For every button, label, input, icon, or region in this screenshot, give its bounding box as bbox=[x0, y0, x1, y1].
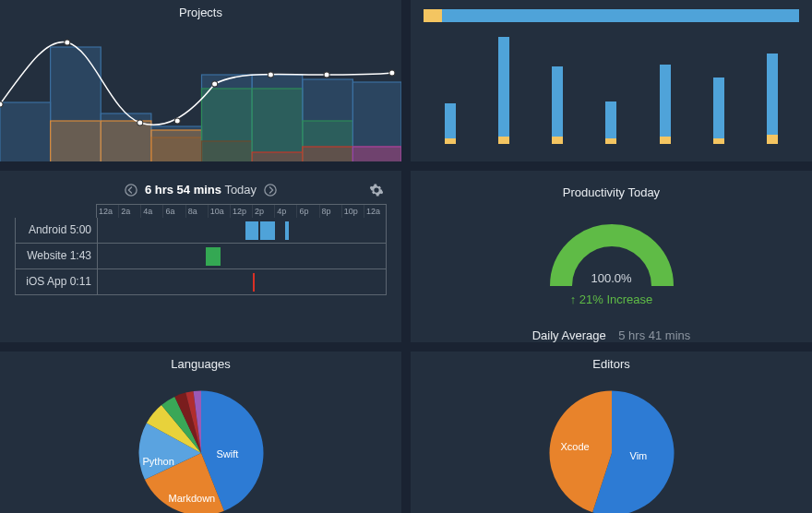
weekly-bar bbox=[445, 103, 456, 144]
today-panel: 6 hrs 54 mins Today 12a2a4a6a8a10a12p2p4… bbox=[0, 171, 401, 341]
slice-label-markdown: Markdown bbox=[169, 493, 216, 504]
timeline-row-label: iOS App 0:11 bbox=[16, 275, 97, 288]
timeline: 12a2a4a6a8a10a12p2p4p6p8p10p12a Android … bbox=[0, 202, 401, 310]
editors-pie: Vim Xcode bbox=[543, 384, 681, 513]
languages-panel: Languages Swift Markdown Python bbox=[0, 352, 401, 513]
weekly-bar bbox=[498, 37, 509, 144]
timeline-block bbox=[260, 221, 276, 240]
arrow-up-icon: ↑ bbox=[570, 292, 577, 306]
timeline-tick: 6a bbox=[162, 205, 185, 218]
timeline-tick: 10a bbox=[208, 205, 230, 218]
projects-panel: Projects bbox=[0, 0, 401, 161]
slice-label-xcode: Xcode bbox=[561, 441, 590, 452]
timeline-tick: 4p bbox=[274, 205, 296, 218]
timeline-tick: 12a bbox=[97, 205, 118, 218]
svg-rect-7 bbox=[151, 130, 202, 161]
projects-chart bbox=[0, 29, 401, 161]
weekly-bar bbox=[552, 66, 563, 144]
slice-label-vim: Vim bbox=[630, 450, 648, 461]
editors-panel: Editors Vim Xcode bbox=[411, 352, 812, 513]
languages-pie: Swift Markdown Python bbox=[132, 384, 270, 513]
progress-bar-fill bbox=[424, 9, 442, 22]
timeline-track bbox=[97, 218, 386, 243]
weekly-bar bbox=[605, 101, 616, 144]
timeline-row: Website 1:43 bbox=[15, 244, 387, 269]
svg-point-29 bbox=[265, 185, 276, 196]
progress-bar bbox=[424, 9, 799, 22]
svg-point-22 bbox=[137, 120, 143, 125]
svg-rect-16 bbox=[303, 147, 353, 161]
weekly-bar bbox=[767, 54, 778, 144]
svg-rect-19 bbox=[352, 147, 401, 161]
weekly-bar bbox=[660, 65, 671, 144]
prev-icon[interactable] bbox=[125, 182, 137, 197]
svg-rect-10 bbox=[202, 141, 253, 161]
timeline-tick: 12a bbox=[364, 205, 386, 218]
timeline-block bbox=[285, 221, 289, 240]
timeline-tick: 10p bbox=[341, 205, 364, 218]
today-header: 6 hrs 54 mins Today bbox=[0, 171, 401, 202]
today-total: 6 hrs 54 mins Today bbox=[145, 183, 257, 197]
projects-title: Projects bbox=[0, 0, 401, 29]
svg-point-27 bbox=[389, 70, 395, 76]
svg-rect-4 bbox=[101, 121, 151, 161]
timeline-tick: 2a bbox=[118, 205, 140, 218]
timeline-row-label: Android 5:00 bbox=[16, 223, 97, 236]
productivity-delta: ↑ 21% Increase bbox=[411, 292, 812, 306]
productivity-title: Productivity Today bbox=[411, 180, 812, 209]
timeline-track bbox=[97, 269, 386, 294]
timeline-row: iOS App 0:11 bbox=[15, 269, 387, 295]
svg-rect-13 bbox=[252, 152, 303, 161]
svg-point-28 bbox=[125, 185, 137, 196]
languages-title: Languages bbox=[0, 352, 401, 380]
timeline-block bbox=[253, 273, 256, 292]
svg-point-21 bbox=[65, 40, 70, 45]
editors-title: Editors bbox=[411, 352, 812, 380]
daily-average: Daily Average 5 hrs 41 mins bbox=[411, 328, 812, 341]
svg-point-23 bbox=[174, 118, 180, 124]
svg-rect-2 bbox=[51, 121, 102, 161]
timeline-row-label: Website 1:43 bbox=[16, 249, 97, 262]
weekly-bar bbox=[713, 78, 724, 144]
slice-label-python: Python bbox=[143, 456, 174, 467]
svg-rect-0 bbox=[0, 102, 51, 161]
next-icon[interactable] bbox=[264, 182, 277, 197]
productivity-panel: Productivity Today 100.0% ↑ 21% Increase… bbox=[411, 171, 812, 341]
timeline-tick: 2p bbox=[252, 205, 274, 218]
timeline-tick: 8a bbox=[185, 205, 208, 218]
timeline-tick: 6p bbox=[296, 205, 318, 218]
timeline-track bbox=[97, 244, 386, 268]
timeline-tick: 12p bbox=[230, 205, 252, 218]
svg-rect-12 bbox=[252, 89, 303, 161]
svg-point-25 bbox=[268, 72, 273, 78]
weekly-bars-panel bbox=[411, 0, 812, 161]
timeline-tick: 8p bbox=[319, 205, 341, 218]
timeline-tick: 4a bbox=[140, 205, 162, 218]
svg-point-20 bbox=[0, 101, 3, 107]
gear-icon[interactable] bbox=[370, 182, 383, 197]
svg-point-26 bbox=[324, 72, 329, 78]
timeline-block bbox=[206, 247, 221, 266]
productivity-gauge bbox=[547, 221, 676, 286]
weekly-bars-chart bbox=[411, 0, 812, 152]
slice-label-swift: Swift bbox=[217, 448, 239, 459]
timeline-block bbox=[245, 221, 258, 240]
svg-point-24 bbox=[212, 81, 218, 87]
timeline-row: Android 5:00 bbox=[15, 218, 387, 244]
